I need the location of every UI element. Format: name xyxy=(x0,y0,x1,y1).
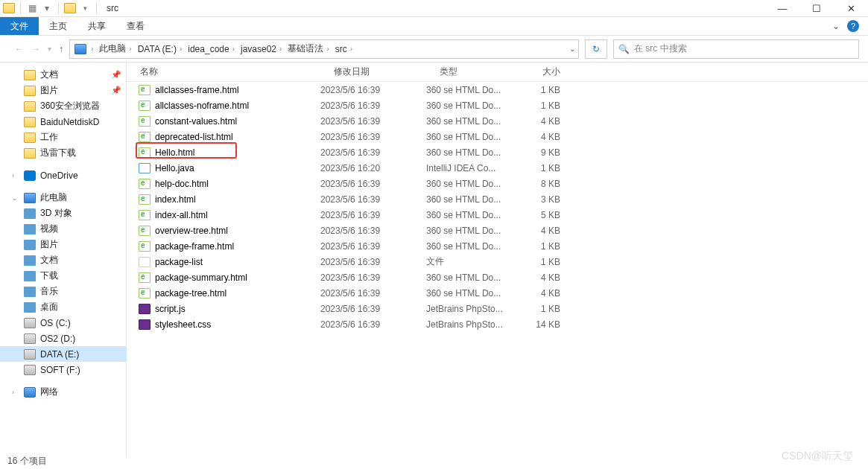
qat-dropdown-icon[interactable]: ▾ xyxy=(79,2,91,14)
maximize-button[interactable]: ☐ xyxy=(799,0,834,16)
item-count: 16 个项目 xyxy=(7,455,47,468)
col-type[interactable]: 类型 xyxy=(426,66,517,78)
forward-button[interactable]: → xyxy=(31,44,40,54)
properties-icon[interactable]: ▦ xyxy=(26,2,38,14)
search-box[interactable]: 🔍 在 src 中搜索 xyxy=(613,39,859,59)
chevron-right-icon[interactable]: › xyxy=(180,45,182,53)
file-name: constant-values.html xyxy=(155,116,237,127)
col-name[interactable]: 名称 xyxy=(127,66,320,78)
file-date: 2023/5/6 16:39 xyxy=(320,85,426,95)
title-bar: ▦ ▾ ▾ src — ☐ ✕ xyxy=(0,0,868,17)
tree-label: BaiduNetdiskD xyxy=(40,117,99,127)
file-row[interactable]: allclasses-noframe.html2023/5/6 16:39360… xyxy=(127,98,868,113)
tree-item[interactable]: 音乐 xyxy=(0,284,126,299)
file-row[interactable]: help-doc.html2023/5/6 16:39360 se HTML D… xyxy=(127,176,868,191)
chevron-right-icon[interactable]: › xyxy=(326,45,329,53)
file-row[interactable]: package-tree.html2023/5/6 16:39360 se HT… xyxy=(127,285,868,301)
tab-home[interactable]: 主页 xyxy=(39,17,77,35)
file-name: Hello.html xyxy=(155,147,194,158)
file-row[interactable]: index.html2023/5/6 16:39360 se HTML Do..… xyxy=(127,191,868,207)
file-row[interactable]: package-list2023/5/6 16:39文件1 KB xyxy=(127,254,868,269)
tree-item[interactable]: 桌面 xyxy=(0,299,126,315)
file-type: 360 se HTML Do... xyxy=(426,194,517,205)
pc-icon xyxy=(75,44,86,54)
tree-item[interactable]: 360安全浏览器 xyxy=(0,98,126,114)
chevron-right-icon[interactable]: › xyxy=(129,45,131,53)
file-row[interactable]: deprecated-list.html2023/5/6 16:39360 se… xyxy=(127,129,868,144)
tree-item[interactable]: OS (C:) xyxy=(0,315,126,331)
tree-item[interactable]: 视频 xyxy=(0,221,126,237)
tree-item[interactable]: 下载 xyxy=(0,268,126,284)
file-tab[interactable]: 文件 xyxy=(0,17,39,35)
tab-share[interactable]: 共享 xyxy=(77,17,116,35)
tree-item[interactable]: 图片📌 xyxy=(0,83,126,98)
folder-icon xyxy=(64,3,76,13)
tree-item[interactable]: DATA (E:) xyxy=(0,346,126,362)
recent-dropdown-icon[interactable]: ▾ xyxy=(48,45,51,53)
window-title: src xyxy=(107,3,118,13)
col-size[interactable]: 大小 xyxy=(517,66,571,78)
tree-label: 视频 xyxy=(40,223,58,235)
onedrive-icon xyxy=(24,170,36,181)
chevron-down-icon[interactable]: ⌄ xyxy=(12,194,19,202)
tree-item[interactable]: 图片 xyxy=(0,237,126,252)
chevron-right-icon[interactable]: › xyxy=(279,45,282,53)
qat-dropdown-icon[interactable]: ▾ xyxy=(41,2,53,14)
file-row[interactable]: index-all.html2023/5/6 16:39360 se HTML … xyxy=(127,207,868,223)
tree-item[interactable]: 工作 xyxy=(0,130,126,145)
help-icon[interactable]: ? xyxy=(847,20,859,32)
chevron-right-icon[interactable]: › xyxy=(12,172,19,179)
file-row[interactable]: overview-tree.html2023/5/6 16:39360 se H… xyxy=(127,223,868,238)
file-row[interactable]: constant-values.html2023/5/6 16:39360 se… xyxy=(127,113,868,129)
tree-item[interactable]: 迅雷下载 xyxy=(0,145,126,161)
breadcrumb-item[interactable]: 基础语法› xyxy=(285,42,332,55)
tree-item[interactable]: OS2 (D:) xyxy=(0,331,126,346)
chevron-right-icon[interactable]: › xyxy=(232,45,235,53)
folder-icon xyxy=(24,101,36,112)
tree-network[interactable]: › 网络 xyxy=(0,384,126,400)
breadcrumb-item[interactable]: 此电脑› xyxy=(96,42,134,55)
file-row[interactable]: allclasses-frame.html2023/5/6 16:39360 s… xyxy=(127,82,868,98)
file-size: 1 KB xyxy=(517,163,571,173)
up-button[interactable]: ↑ xyxy=(59,44,63,54)
chevron-right-icon[interactable]: › xyxy=(350,45,352,53)
html-icon xyxy=(139,179,151,189)
ribbon-expand-icon[interactable]: ⌄ xyxy=(832,21,840,31)
col-date[interactable]: 修改日期 xyxy=(320,66,426,78)
back-button[interactable]: ← xyxy=(15,44,24,54)
refresh-button[interactable]: ↻ xyxy=(585,39,607,59)
file-size: 4 KB xyxy=(517,272,571,283)
file-row[interactable]: stylesheet.css2023/5/6 16:39JetBrains Ph… xyxy=(127,316,868,332)
ps-icon xyxy=(139,304,151,314)
tree-item[interactable]: 文档📌 xyxy=(0,67,126,83)
file-name: allclasses-frame.html xyxy=(155,85,239,95)
tree-item[interactable]: 文档 xyxy=(0,252,126,268)
tree-label: 此电脑 xyxy=(40,191,67,204)
breadcrumb-item[interactable]: src› xyxy=(332,44,355,54)
file-date: 2023/5/6 16:39 xyxy=(320,319,426,330)
chevron-right-icon[interactable]: › xyxy=(12,389,19,396)
file-row[interactable]: Hello.html2023/5/6 16:39360 se HTML Do..… xyxy=(127,144,868,160)
blue-icon xyxy=(24,302,36,313)
file-row[interactable]: package-summary.html2023/5/6 16:39360 se… xyxy=(127,269,868,285)
file-size: 1 KB xyxy=(517,100,571,111)
file-row[interactable]: package-frame.html2023/5/6 16:39360 se H… xyxy=(127,238,868,254)
chevron-right-icon[interactable]: › xyxy=(91,45,93,53)
breadcrumb-item[interactable]: javase02› xyxy=(238,44,285,54)
tree-item[interactable]: BaiduNetdiskD xyxy=(0,114,126,130)
file-row[interactable]: script.js2023/5/6 16:39JetBrains PhpSto.… xyxy=(127,301,868,316)
drive-icon xyxy=(24,318,36,328)
tree-thispc[interactable]: ⌄ 此电脑 xyxy=(0,190,126,205)
close-button[interactable]: ✕ xyxy=(834,0,868,16)
tree-item[interactable]: 3D 对象 xyxy=(0,205,126,221)
address-dropdown-icon[interactable]: ⌄ xyxy=(569,45,575,53)
tab-view[interactable]: 查看 xyxy=(116,17,155,35)
breadcrumb-item[interactable]: DATA (E:)› xyxy=(135,44,186,54)
tree-onedrive[interactable]: › OneDrive xyxy=(0,168,126,183)
file-type: 360 se HTML Do... xyxy=(426,179,517,189)
tree-item[interactable]: SOFT (F:) xyxy=(0,362,126,377)
minimize-button[interactable]: — xyxy=(765,0,799,16)
breadcrumb-item[interactable]: idea_code› xyxy=(185,44,238,54)
address-bar[interactable]: › 此电脑›DATA (E:)›idea_code›javase02›基础语法›… xyxy=(69,39,579,59)
file-row[interactable]: Hello.java2023/5/6 16:20IntelliJ IDEA Co… xyxy=(127,160,868,176)
